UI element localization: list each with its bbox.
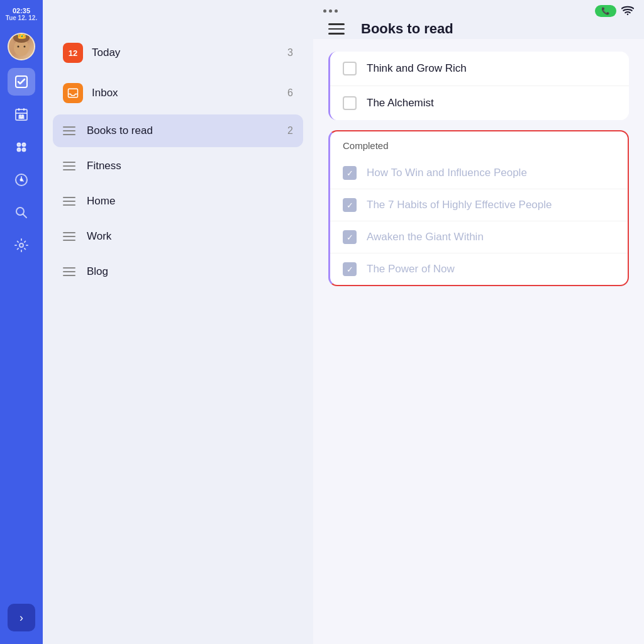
today-count: 3 (287, 47, 293, 58)
crown-icon: 👑 (16, 33, 27, 39)
sidebar-item-inbox[interactable]: Inbox 6 (53, 74, 303, 112)
nav-calendar-icon[interactable]: 12 (8, 101, 35, 128)
completed-label-3: Awaken the Giant Within (367, 231, 484, 243)
sidebar-item-blog[interactable]: Blog (53, 255, 303, 288)
work-hamburger-icon (63, 229, 78, 244)
sidebar-item-work[interactable]: Work (53, 220, 303, 253)
sidebar-item-fitness[interactable]: Fitness (53, 150, 303, 182)
books-count: 2 (287, 125, 293, 136)
completed-checkbox-1[interactable]: ✓ (343, 166, 357, 180)
check-icon (14, 74, 29, 89)
svg-text:12: 12 (19, 114, 24, 119)
work-label: Work (87, 230, 293, 243)
home-hamburger-icon (63, 194, 78, 209)
completed-task-how-to-win: ✓ How To Win and Influence People (330, 157, 628, 189)
today-label: Today (92, 47, 287, 59)
completed-task-awaken: ✓ Awaken the Giant Within (330, 221, 628, 253)
task-checkbox-alchemist[interactable] (343, 96, 357, 110)
grid-icon (14, 140, 29, 155)
completed-label-4: The Power of Now (367, 263, 455, 275)
main-panel: 📞 Books to read (313, 0, 644, 644)
svg-point-11 (18, 143, 21, 147)
main-header-area: 📞 Books to read (313, 0, 644, 39)
completed-header: Completed (330, 131, 628, 157)
completed-section: Completed ✓ How To Win and Influence Peo… (328, 130, 629, 286)
status-bar-right: 📞 (313, 0, 644, 19)
phone-icon: 📞 (601, 7, 610, 15)
task-checkbox-think[interactable] (343, 62, 357, 75)
task-label-think: Think and Grow Rich (367, 62, 467, 75)
svg-point-21 (19, 243, 23, 247)
wifi-icon (621, 5, 634, 17)
svg-point-12 (23, 143, 26, 147)
nav-tasks-icon[interactable] (8, 68, 35, 96)
task-label-alchemist: The Alchemist (367, 97, 434, 109)
completed-checkbox-2[interactable]: ✓ (343, 198, 357, 212)
gear-icon (14, 238, 29, 253)
nav-reminders-icon[interactable] (8, 166, 35, 194)
list-content: 12 Today 3 Inbox 6 Books to read (43, 28, 313, 644)
nav-settings-icon[interactable] (8, 231, 35, 259)
list-sidebar: 12 Today 3 Inbox 6 Books to read (43, 0, 313, 644)
task-item-alchemist: The Alchemist (330, 86, 629, 120)
collapse-button[interactable]: › (8, 604, 35, 631)
completed-task-7habits: ✓ The 7 Habits of Highly Effective Peopl… (330, 189, 628, 221)
svg-point-19 (16, 208, 24, 215)
main-header-inner: Books to read (313, 19, 644, 39)
task-item-think: Think and Grow Rich (330, 52, 629, 86)
completed-label-1: How To Win and Influence People (367, 167, 527, 179)
inbox-icon (63, 83, 83, 103)
fitness-hamburger-icon (63, 158, 78, 174)
completed-task-power-of-now: ✓ The Power of Now (330, 253, 628, 285)
chevron-right-icon: › (19, 611, 23, 625)
avatar[interactable]: 👑 (8, 33, 35, 60)
svg-point-13 (18, 148, 21, 152)
blog-hamburger-icon (63, 264, 78, 279)
completed-checkbox-4[interactable]: ✓ (343, 262, 357, 276)
completed-label-2: The 7 Habits of Highly Effective People (367, 199, 552, 211)
fitness-label: Fitness (87, 160, 293, 172)
svg-point-3 (18, 46, 19, 48)
sidebar-item-books[interactable]: Books to read 2 (53, 114, 303, 147)
dots-menu[interactable] (323, 9, 338, 13)
icon-rail: 02:35 Tue 12. 12. 👑 (0, 0, 43, 644)
inbox-svg (67, 87, 79, 99)
completed-checkbox-3[interactable]: ✓ (343, 230, 357, 244)
books-label: Books to read (87, 125, 287, 137)
status-bar-left: 02:35 Tue 12. 12. (0, 0, 43, 28)
svg-point-23 (627, 13, 629, 15)
svg-line-20 (23, 214, 26, 218)
phone-indicator: 📞 (595, 5, 616, 17)
menu-button[interactable] (328, 19, 348, 39)
clock-icon (14, 172, 29, 187)
svg-point-14 (23, 148, 26, 152)
nav-apps-icon[interactable] (8, 133, 35, 161)
status-date: Tue 12. 12. (6, 14, 37, 21)
search-icon (14, 205, 29, 220)
main-content: Think and Grow Rich The Alchemist Comple… (313, 39, 644, 644)
sidebar-item-home[interactable]: Home (53, 185, 303, 218)
calendar-icon: 12 (14, 107, 29, 122)
sidebar-item-today[interactable]: 12 Today 3 (53, 34, 303, 72)
svg-point-4 (24, 46, 26, 48)
inbox-label: Inbox (92, 87, 287, 99)
active-tasks-list: Think and Grow Rich The Alchemist (328, 52, 629, 120)
svg-rect-22 (69, 89, 78, 97)
inbox-count: 6 (287, 87, 293, 99)
books-hamburger-icon (63, 123, 78, 138)
today-number: 12 (69, 48, 77, 58)
nav-search-icon[interactable] (8, 199, 35, 226)
status-time: 02:35 (13, 7, 30, 14)
sidebar-status-bar (43, 0, 313, 28)
page-title: Books to read (361, 21, 453, 37)
blog-label: Blog (87, 265, 293, 278)
today-icon: 12 (63, 43, 83, 63)
home-label: Home (87, 195, 293, 208)
